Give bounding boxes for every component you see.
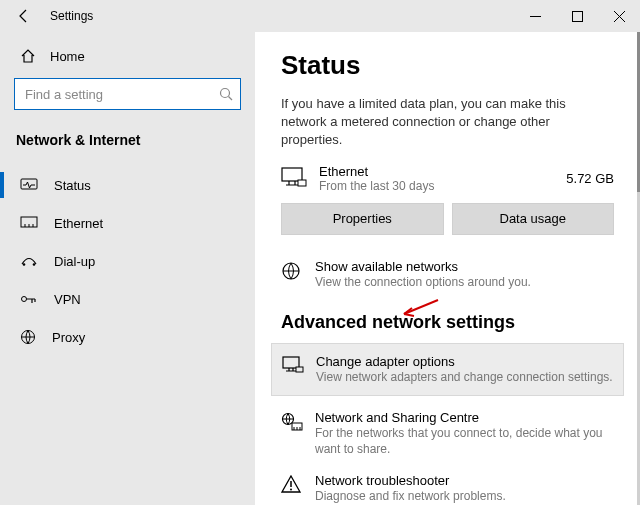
svg-rect-12 bbox=[296, 367, 303, 372]
sidebar-item-label: Dial-up bbox=[54, 254, 95, 269]
option-title: Show available networks bbox=[315, 259, 531, 274]
data-usage-button[interactable]: Data usage bbox=[452, 203, 615, 235]
sidebar-item-status[interactable]: Status bbox=[14, 166, 241, 204]
sidebar-item-ethernet[interactable]: Ethernet bbox=[14, 204, 241, 242]
warning-icon bbox=[281, 475, 301, 493]
minimize-button[interactable] bbox=[514, 0, 556, 32]
dialup-icon bbox=[20, 255, 38, 267]
search-input[interactable] bbox=[25, 87, 218, 102]
globe-icon bbox=[281, 261, 301, 281]
desktop-icon bbox=[281, 167, 307, 189]
svg-rect-11 bbox=[283, 357, 299, 368]
option-subtitle: View network adapters and change connect… bbox=[316, 369, 613, 385]
window-title: Settings bbox=[50, 9, 93, 23]
svg-rect-8 bbox=[282, 168, 302, 181]
connection-period: From the last 30 days bbox=[319, 179, 554, 193]
svg-point-6 bbox=[22, 297, 27, 302]
page-description: If you have a limited data plan, you can… bbox=[281, 95, 614, 150]
back-button[interactable] bbox=[10, 8, 38, 24]
titlebar: Settings bbox=[0, 0, 640, 32]
advanced-heading: Advanced network settings bbox=[281, 312, 614, 333]
status-icon bbox=[20, 178, 38, 192]
sidebar-item-label: Ethernet bbox=[54, 216, 103, 231]
sidebar-item-label: Status bbox=[54, 178, 91, 193]
sidebar-item-label: VPN bbox=[54, 292, 81, 307]
sharing-icon bbox=[281, 412, 301, 432]
show-available-networks[interactable]: Show available networks View the connect… bbox=[281, 251, 614, 298]
page-title: Status bbox=[281, 50, 614, 81]
search-icon bbox=[218, 86, 234, 102]
search-input-container[interactable] bbox=[14, 78, 241, 110]
option-subtitle: For the networks that you connect to, de… bbox=[315, 425, 614, 457]
svg-point-15 bbox=[290, 489, 292, 491]
adapter-icon bbox=[282, 356, 302, 374]
maximize-button[interactable] bbox=[556, 0, 598, 32]
properties-button[interactable]: Properties bbox=[281, 203, 444, 235]
svg-point-5 bbox=[33, 263, 36, 266]
sidebar-item-proxy[interactable]: Proxy bbox=[14, 318, 241, 356]
connection-name: Ethernet bbox=[319, 164, 554, 179]
home-label: Home bbox=[50, 49, 85, 64]
vpn-icon bbox=[20, 293, 38, 305]
sidebar-item-label: Proxy bbox=[52, 330, 85, 345]
svg-rect-0 bbox=[572, 11, 582, 21]
main-content: Status If you have a limited data plan, … bbox=[255, 32, 640, 505]
network-troubleshooter[interactable]: Network troubleshooter Diagnose and fix … bbox=[281, 465, 614, 505]
svg-point-4 bbox=[23, 263, 26, 266]
option-subtitle: Diagnose and fix network problems. bbox=[315, 488, 506, 504]
sidebar: Home Network & Internet Status bbox=[0, 32, 255, 505]
ethernet-icon bbox=[20, 216, 38, 230]
option-title: Network and Sharing Centre bbox=[315, 410, 614, 425]
svg-point-1 bbox=[221, 89, 230, 98]
sidebar-item-vpn[interactable]: VPN bbox=[14, 280, 241, 318]
option-title: Network troubleshooter bbox=[315, 473, 506, 488]
network-sharing-centre[interactable]: Network and Sharing Centre For the netwo… bbox=[281, 402, 614, 465]
option-subtitle: View the connection options around you. bbox=[315, 274, 531, 290]
close-button[interactable] bbox=[598, 0, 640, 32]
home-icon bbox=[20, 48, 36, 64]
change-adapter-options[interactable]: Change adapter options View network adap… bbox=[271, 343, 624, 396]
svg-rect-9 bbox=[298, 180, 306, 186]
home-nav[interactable]: Home bbox=[14, 32, 241, 78]
category-heading: Network & Internet bbox=[14, 110, 241, 160]
option-title: Change adapter options bbox=[316, 354, 613, 369]
proxy-icon bbox=[20, 329, 36, 345]
sidebar-item-dialup[interactable]: Dial-up bbox=[14, 242, 241, 280]
connection-usage: 5.72 GB bbox=[566, 171, 614, 186]
connection-row: Ethernet From the last 30 days 5.72 GB bbox=[281, 164, 614, 193]
